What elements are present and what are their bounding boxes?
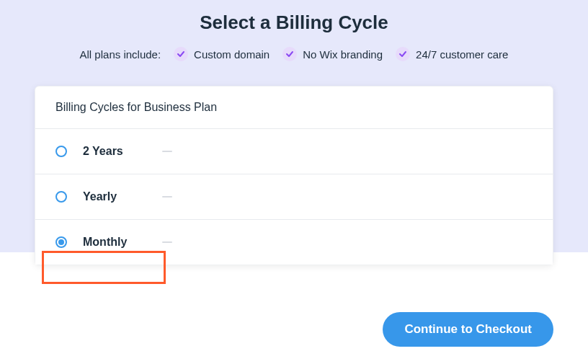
dash-icon [162, 196, 172, 197]
billing-option-yearly[interactable]: Yearly [35, 174, 553, 220]
feature-custom-domain: Custom domain [174, 47, 270, 61]
feature-label: 24/7 customer care [416, 48, 508, 61]
radio-icon [55, 191, 67, 203]
dash-icon [162, 151, 172, 152]
option-label: 2 Years [83, 145, 148, 158]
feature-customer-care: 24/7 customer care [396, 47, 508, 61]
billing-option-monthly[interactable]: Monthly [35, 220, 553, 265]
option-label: Monthly [83, 236, 148, 249]
billing-option-2-years[interactable]: 2 Years [35, 129, 553, 174]
check-icon [396, 47, 410, 61]
card-header: Billing Cycles for Business Plan [35, 86, 553, 129]
billing-card: Billing Cycles for Business Plan 2 Years… [35, 86, 553, 265]
check-icon [174, 47, 188, 61]
page-content: Select a Billing Cycle All plans include… [0, 0, 588, 265]
features-row: All plans include: Custom domain No Wix … [80, 47, 509, 61]
check-icon [282, 47, 297, 61]
dash-icon [162, 241, 172, 243]
features-label: All plans include: [80, 48, 161, 61]
feature-label: No Wix branding [303, 48, 383, 61]
radio-icon [55, 146, 67, 157]
option-label: Yearly [83, 190, 148, 203]
feature-label: Custom domain [194, 48, 270, 61]
continue-to-checkout-button[interactable]: Continue to Checkout [383, 312, 553, 347]
radio-icon [55, 236, 67, 248]
page-title: Select a Billing Cycle [200, 12, 388, 34]
feature-no-wix-branding: No Wix branding [282, 47, 383, 61]
